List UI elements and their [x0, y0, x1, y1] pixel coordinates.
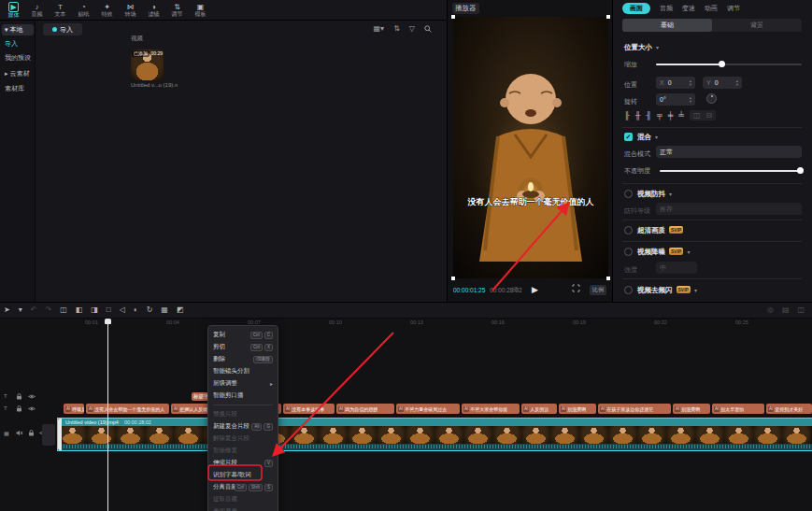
scale-slider[interactable]	[656, 64, 802, 65]
toolbar-item-特效[interactable]: ✦特效	[95, 3, 119, 18]
align-top-icon[interactable]: ╤	[657, 111, 662, 120]
subtitle-clip[interactable]: AI没有人会去帮助一个毫无价值的人	[86, 404, 169, 414]
subtab-基础[interactable]: 基础	[622, 19, 712, 32]
subtitle-clip[interactable]: AI别浪费啊	[673, 404, 710, 414]
menu-item-分离音频[interactable]: 分离音频CtrlShiftS	[208, 481, 278, 493]
toolbar-item-贴纸[interactable]: ◔贴纸	[72, 3, 95, 18]
fit-screen-icon[interactable]	[572, 284, 580, 292]
clip-trim-handle[interactable]	[58, 419, 62, 450]
sidebar-item-我的预设[interactable]: 我的预设	[2, 52, 34, 64]
subtitle-clip[interactable]: AI别浪费啊	[559, 404, 596, 414]
snap-icon[interactable]: ◎	[767, 305, 774, 315]
timeline-ruler[interactable]: 00:0100:0400:0700:1000:1300:1600:1900:22…	[0, 319, 812, 327]
subtitle-clip[interactable]: AI别太早害怕	[712, 404, 764, 414]
media-thumbnail[interactable]: 已添加 00:29	[131, 50, 164, 80]
import-button[interactable]: 导入	[43, 23, 82, 35]
video-clip[interactable]: Untitled video (19).mp4 00:00:28:02	[58, 419, 812, 450]
rotate-input[interactable]: 0° ▴▾	[656, 93, 695, 106]
split-icon[interactable]: ◫	[60, 305, 67, 315]
blend-checkbox[interactable]: ✓	[624, 133, 633, 141]
stepper-icon[interactable]: ▴▾	[736, 79, 738, 87]
deflicker-toggle[interactable]	[624, 286, 633, 294]
rotate-icon[interactable]: ↻	[147, 305, 153, 315]
delete-right-icon[interactable]: ◨	[91, 305, 98, 315]
subtitle-clip[interactable]: AI因为自信的翅膀	[336, 404, 394, 414]
align-middle-icon[interactable]: ╪	[668, 111, 674, 120]
opacity-slider[interactable]	[660, 170, 802, 172]
eye-icon[interactable]	[28, 393, 36, 400]
align-right-icon[interactable]: ╢	[646, 111, 651, 120]
sort-icon[interactable]: ⇅	[393, 24, 400, 34]
subtitle-clip[interactable]: AI呼吸后	[64, 404, 84, 414]
select-tool-icon[interactable]: ➤	[4, 305, 10, 315]
tab-画面[interactable]: 画面	[622, 3, 650, 14]
menu-item-剪切[interactable]: 剪切CtrlX	[208, 341, 278, 353]
subtitle-clip[interactable]: AI不管力量会破局过去	[396, 404, 460, 414]
frame-display-icon[interactable]: ⊞	[513, 286, 519, 293]
sidebar-item-导入[interactable]: 导入	[2, 38, 34, 50]
subtab-背景[interactable]: 背景	[712, 19, 802, 32]
subtitle-clip[interactable]: AI不管大家会帮你留	[462, 404, 520, 414]
transform-handle[interactable]	[451, 277, 455, 280]
subtitle-clip[interactable]: AI人反倒运	[521, 404, 557, 414]
position-x-input[interactable]: X0 ▴▾	[656, 77, 695, 89]
menu-item-删除[interactable]: 删除⌫删除	[208, 353, 278, 365]
search-icon[interactable]	[424, 25, 432, 33]
sidebar-item-素材库[interactable]: 素材库	[2, 83, 34, 94]
transform-handle[interactable]	[606, 277, 610, 280]
tab-变速[interactable]: 变速	[682, 4, 695, 13]
cover-button[interactable]	[42, 424, 55, 446]
sidebar-item-云素材[interactable]: ▸ 云素材	[2, 68, 34, 79]
reverse-icon[interactable]: ◁	[120, 305, 125, 315]
toolbar-item-调节[interactable]: ⇅调节	[165, 3, 189, 18]
menu-item-伸缩片段[interactable]: 伸缩片段V	[208, 457, 278, 469]
preview-axis-icon[interactable]: ◫	[797, 305, 805, 315]
menu-item-复制[interactable]: 复制CtrlC	[208, 329, 278, 341]
stabilize-toggle[interactable]	[624, 190, 633, 198]
tab-音频[interactable]: 音频	[660, 4, 673, 13]
delete-left-icon[interactable]: ◧	[76, 305, 83, 315]
grid-view-icon[interactable]: ▦▾	[374, 24, 385, 34]
align-left-icon[interactable]: ╟	[624, 111, 630, 120]
eye-icon[interactable]	[28, 405, 36, 412]
ratio-button[interactable]: 比例	[590, 285, 606, 295]
subtitle-clip[interactable]: AI坚持到才美好	[766, 404, 812, 414]
menu-item-智能镜头分割[interactable]: 智能镜头分割	[208, 365, 278, 377]
subtitle-clip[interactable]: AI在孩子家这边你还迷茫	[598, 404, 671, 414]
lock-icon[interactable]	[16, 393, 22, 400]
video-preview[interactable]: 没有人会去帮助一个毫无价值的人	[453, 17, 608, 278]
transform-handle[interactable]	[606, 15, 610, 19]
lock-icon[interactable]	[28, 430, 35, 436]
matting-icon[interactable]: ◩	[177, 305, 184, 315]
freeze-frame-icon[interactable]: □	[107, 305, 111, 315]
toolbar-item-滤镜[interactable]: ◑滤镜	[142, 3, 165, 18]
filter-icon[interactable]: ▽	[409, 24, 415, 34]
rotate-dial[interactable]	[706, 93, 717, 104]
toolbar-item-文本[interactable]: T文本	[49, 3, 72, 18]
menu-item-新建复合片段[interactable]: 新建复合片段AltG	[208, 420, 278, 433]
toolbar-item-媒体[interactable]: ▶媒体	[2, 2, 25, 19]
linkage-icon[interactable]: ▤	[782, 305, 790, 315]
sidebar-item-本地[interactable]: ▾ 本地	[2, 24, 34, 35]
toolbar-item-音频[interactable]: ♪音频	[25, 3, 49, 18]
menu-item-智能剪口播[interactable]: 智能剪口播	[208, 390, 278, 402]
menu-item-识别字幕/歌词[interactable]: 识别字幕/歌词	[208, 469, 278, 481]
mirror-icon[interactable]: ◐	[134, 305, 138, 315]
dropdown-caret-icon[interactable]: ▾	[19, 305, 22, 315]
align-center-h-icon[interactable]: ╫	[635, 111, 641, 120]
transform-handle[interactable]	[451, 15, 455, 19]
blend-mode-select[interactable]: 正常	[656, 146, 802, 158]
toolbar-item-转场[interactable]: ⋈转场	[119, 3, 142, 18]
play-button[interactable]: ▶	[532, 285, 538, 294]
stepper-icon[interactable]: ▴▾	[690, 79, 691, 87]
tab-调节[interactable]: 调节	[727, 4, 740, 13]
subtitle-clip[interactable]: AI没有本事这回事	[283, 404, 335, 414]
position-y-input[interactable]: Y0 ▴▾	[703, 77, 742, 89]
toolbar-item-模板[interactable]: ▣模板	[189, 3, 212, 18]
lock-icon[interactable]	[16, 405, 22, 412]
denoise-toggle[interactable]	[624, 248, 633, 256]
hd-toggle[interactable]	[624, 226, 633, 234]
crop-icon[interactable]: ▦	[161, 305, 168, 315]
tab-动画[interactable]: 动画	[705, 4, 718, 13]
menu-item-层级调整[interactable]: 层级调整▸	[208, 377, 278, 390]
